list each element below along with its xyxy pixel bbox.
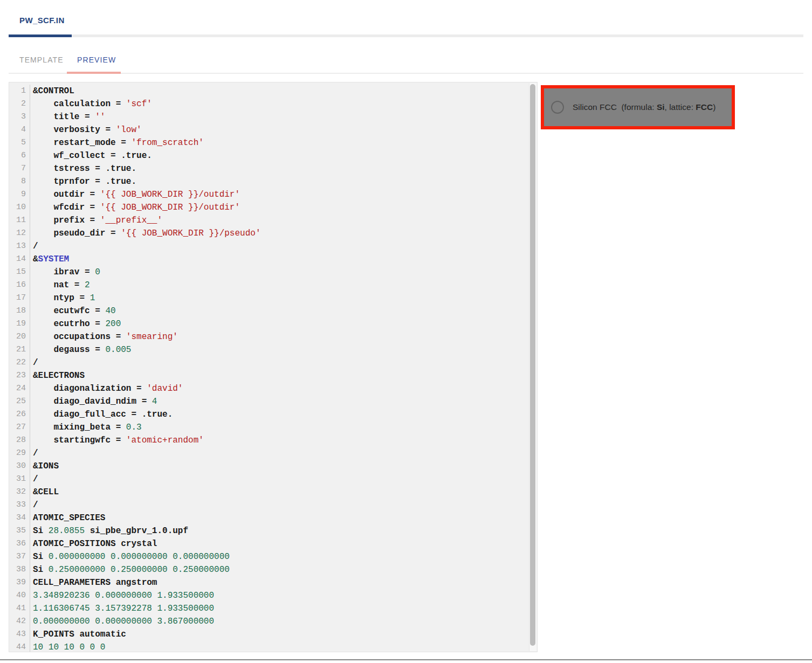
code-line-text: outdir = '{{ JOB_WORK_DIR }}/outdir' [30, 188, 537, 201]
code-editor[interactable]: 1&CONTROL2 calculation = 'scf'3 title = … [9, 82, 538, 652]
code-line-text: startingwfc = 'atomic+random' [30, 434, 537, 447]
code-line-text: Si 0.000000000 0.000000000 0.000000000 [30, 550, 537, 563]
code-line-text: wf_collect = .true. [30, 149, 537, 162]
code-line-text: K_POINTS automatic [30, 628, 537, 641]
line-number: 20 [9, 330, 30, 343]
line-number: 2 [9, 98, 30, 110]
line-number: 34 [9, 512, 30, 524]
code-line-text: diago_full_acc = .true. [30, 408, 537, 421]
code-line: 403.348920236 0.000000000 1.933500000 [9, 589, 537, 602]
bottom-divider [0, 659, 812, 660]
code-line-text: / [30, 356, 537, 369]
code-line: 39CELL_PARAMETERS angstrom [9, 576, 537, 589]
code-line-text: &CONTROL [30, 85, 537, 98]
line-number: 14 [9, 253, 30, 266]
line-number: 40 [9, 589, 30, 602]
code-line-text: ATOMIC_POSITIONS crystal [30, 537, 537, 550]
code-line-text: / [30, 499, 537, 512]
code-line: 29/ [9, 447, 537, 460]
line-number: 11 [9, 214, 30, 227]
line-number: 15 [9, 266, 30, 279]
code-line: 32&CELL [9, 486, 537, 499]
line-number: 18 [9, 305, 30, 317]
code-line-text: 1.116306745 3.157392278 1.933500000 [30, 602, 537, 615]
line-number: 30 [9, 460, 30, 473]
line-number: 17 [9, 292, 30, 305]
code-line: 28 startingwfc = 'atomic+random' [9, 434, 537, 447]
code-line-text: verbosity = 'low' [30, 123, 537, 136]
code-line: 15 ibrav = 0 [9, 266, 537, 279]
line-number: 3 [9, 110, 30, 123]
code-line-text: 0.000000000 0.000000000 3.867000000 [30, 615, 537, 628]
editor-scrollbar[interactable] [529, 83, 536, 651]
line-number: 44 [9, 641, 30, 652]
code-line-text: restart_mode = 'from_scratch' [30, 136, 537, 149]
code-line: 6 wf_collect = .true. [9, 149, 537, 162]
line-number: 41 [9, 602, 30, 615]
code-line: 16 nat = 2 [9, 279, 537, 292]
code-line-text: / [30, 447, 537, 460]
code-line-text: / [30, 240, 537, 253]
line-number: 23 [9, 369, 30, 382]
code-line: 21 degauss = 0.005 [9, 343, 537, 356]
line-number: 36 [9, 537, 30, 550]
tab-preview[interactable]: PREVIEW [77, 56, 116, 64]
editor-scrollbar-thumb[interactable] [530, 84, 535, 646]
line-number: 6 [9, 149, 30, 162]
code-line-text: ATOMIC_SPECIES [30, 512, 537, 524]
code-line: 38Si 0.250000000 0.250000000 0.250000000 [9, 563, 537, 576]
code-line: 14&SYSTEM [9, 253, 537, 266]
line-number: 43 [9, 628, 30, 641]
code-line-text: &CELL [30, 486, 537, 499]
code-line: 2 calculation = 'scf' [9, 98, 537, 110]
code-line-text: &IONS [30, 460, 537, 473]
code-line: 43K_POINTS automatic [9, 628, 537, 641]
code-line: 1&CONTROL [9, 85, 537, 98]
tab-template[interactable]: TEMPLATE [19, 56, 64, 64]
code-line: 13/ [9, 240, 537, 253]
file-tab-track [9, 34, 803, 37]
radio-icon[interactable] [551, 101, 564, 114]
code-line-text: ecutwfc = 40 [30, 305, 537, 317]
code-line-text: Si 0.250000000 0.250000000 0.250000000 [30, 563, 537, 576]
page-root: { "header": { "file_tab": "PW_SCF.IN" },… [0, 0, 812, 663]
line-number: 13 [9, 240, 30, 253]
tab-pw-scf-in[interactable]: PW_SCF.IN [19, 16, 65, 25]
line-number: 21 [9, 343, 30, 356]
code-line-text: calculation = 'scf' [30, 98, 537, 110]
line-number: 28 [9, 434, 30, 447]
code-line: 25 diago_david_ndim = 4 [9, 395, 537, 408]
code-line: 36ATOMIC_POSITIONS crystal [9, 537, 537, 550]
line-number: 19 [9, 317, 30, 330]
code-line: 31/ [9, 473, 537, 486]
code-line-text: ntyp = 1 [30, 292, 537, 305]
material-option-silicon-fcc[interactable]: Silicon FCC (formula: Si, lattice: FCC) [541, 85, 735, 129]
material-option-label: Silicon FCC (formula: Si, lattice: FCC) [573, 102, 715, 112]
line-number: 37 [9, 550, 30, 563]
line-number: 10 [9, 201, 30, 214]
code-line-text: nat = 2 [30, 279, 537, 292]
code-line: 22/ [9, 356, 537, 369]
code-line: 17 ntyp = 1 [9, 292, 537, 305]
line-number: 24 [9, 382, 30, 395]
line-number: 29 [9, 447, 30, 460]
code-line: 30&IONS [9, 460, 537, 473]
line-number: 42 [9, 615, 30, 628]
line-number: 16 [9, 279, 30, 292]
preview-tab-indicator [67, 72, 121, 74]
line-number: 22 [9, 356, 30, 369]
code-line: 19 ecutrho = 200 [9, 317, 537, 330]
code-line: 420.000000000 0.000000000 3.867000000 [9, 615, 537, 628]
code-line: 10 wfcdir = '{{ JOB_WORK_DIR }}/outdir' [9, 201, 537, 214]
code-rows: 1&CONTROL2 calculation = 'scf'3 title = … [9, 85, 537, 652]
code-line: 11 prefix = '__prefix__' [9, 214, 537, 227]
code-line-text: 3.348920236 0.000000000 1.933500000 [30, 589, 537, 602]
code-line-text: 10 10 10 0 0 0 [30, 641, 537, 652]
line-number: 31 [9, 473, 30, 486]
code-line-text: diagonalization = 'david' [30, 382, 537, 395]
code-line: 23&ELECTRONS [9, 369, 537, 382]
code-line: 18 ecutwfc = 40 [9, 305, 537, 317]
line-number: 12 [9, 227, 30, 240]
code-line: 7 tstress = .true. [9, 162, 537, 175]
line-number: 33 [9, 499, 30, 512]
